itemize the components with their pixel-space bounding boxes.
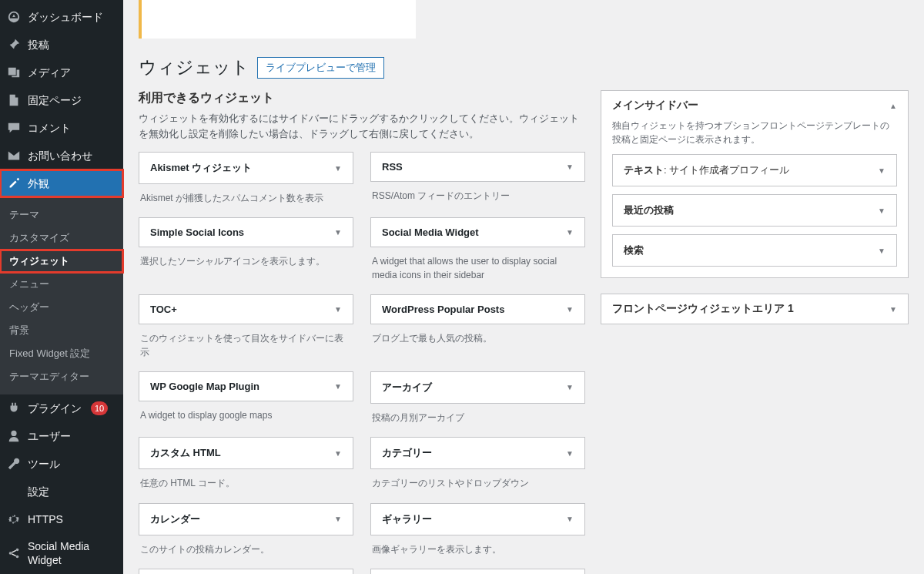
svg-point-0	[9, 552, 12, 555]
available-widget: Social Media Widget▼A widget that allows…	[370, 217, 585, 294]
submenu-theme-editor[interactable]: テーマエディター	[0, 365, 123, 388]
page-title: ウィジェット	[139, 55, 249, 79]
widget-title: アーカイブ	[382, 381, 432, 394]
wrench-icon	[6, 456, 22, 472]
menu-label: メディア	[28, 65, 71, 79]
menu-comments[interactable]: コメント	[0, 114, 123, 142]
widget-box[interactable]: テキスト▼	[370, 569, 585, 574]
page-icon	[6, 92, 22, 108]
widget-box[interactable]: カレンダー▼	[139, 503, 353, 535]
menu-plugins[interactable]: プラグイン 10	[0, 394, 123, 422]
widget-box[interactable]: Simple Social Icons▼	[139, 217, 353, 247]
menu-media[interactable]: メディア	[0, 59, 123, 86]
available-widget: タグクラウド▼タグクラウド	[139, 569, 353, 574]
widget-desc: Akismet が捕獲したスパムコメント数を表示	[139, 184, 353, 217]
chevron-down-icon: ▼	[889, 305, 897, 314]
submenu-background[interactable]: 背景	[0, 319, 123, 342]
gear-icon	[6, 512, 22, 527]
widget-title: Simple Social Icons	[150, 227, 244, 238]
available-widget: RSS▼RSS/Atom フィードのエントリー	[370, 152, 585, 217]
admin-notice	[139, 0, 416, 39]
menu-label: 設定	[28, 485, 49, 498]
submenu-fixed-widget[interactable]: Fixed Widget 設定	[0, 342, 123, 365]
widget-box[interactable]: Akismet ウィジェット▼	[139, 152, 353, 184]
widget-box[interactable]: カスタム HTML▼	[139, 437, 353, 469]
sliders-icon	[6, 484, 22, 499]
menu-label: プラグイン	[28, 401, 82, 415]
chevron-down-icon: ▼	[566, 383, 574, 391]
submenu-themes[interactable]: テーマ	[0, 203, 123, 227]
widget-box[interactable]: タグクラウド▼	[139, 569, 353, 574]
assigned-widget[interactable]: 検索▼	[612, 234, 897, 267]
widget-desc: このサイトの投稿カレンダー。	[139, 535, 353, 569]
submenu-widgets[interactable]: ウィジェット	[0, 250, 123, 273]
widget-title: WP Google Map Plugin	[150, 381, 259, 392]
chevron-down-icon: ▼	[566, 305, 574, 314]
sidebar-area-title: フロントページウィジェットエリア 1	[612, 302, 794, 316]
widget-title: WordPress Popular Posts	[382, 304, 504, 315]
menu-tools[interactable]: ツール	[0, 450, 123, 478]
user-icon	[6, 428, 22, 444]
widget-desc: 任意の HTML コード。	[139, 469, 353, 502]
available-widget: WordPress Popular Posts▼ブログ上で最も人気の投稿。	[370, 294, 585, 371]
chevron-down-icon: ▼	[566, 163, 574, 171]
menu-label: ダッシュボード	[28, 10, 103, 24]
menu-label: コメント	[28, 121, 71, 135]
widget-box[interactable]: WP Google Map Plugin▼	[139, 371, 353, 401]
chevron-down-icon: ▼	[878, 206, 886, 215]
widget-desc: このウィジェットを使って目次をサイドバーに表示	[139, 324, 353, 371]
available-widget: カレンダー▼このサイトの投稿カレンダー。	[139, 503, 353, 569]
widget-box[interactable]: TOC+▼	[139, 294, 353, 324]
assigned-widget[interactable]: 最近の投稿▼	[612, 194, 897, 227]
sidebar-area-front-toggle[interactable]: フロントページウィジェットエリア 1 ▼	[612, 302, 897, 316]
widget-box[interactable]: WordPress Popular Posts▼	[370, 294, 585, 324]
menu-https[interactable]: HTTPS	[0, 505, 123, 533]
menu-label: 外観	[28, 176, 49, 190]
menu-label: 投稿	[28, 38, 49, 52]
menu-label: お問い合わせ	[28, 149, 92, 163]
widget-box[interactable]: RSS▼	[370, 152, 585, 182]
assigned-widget-label: テキスト: サイト作成者プロフィール	[624, 163, 789, 177]
widget-desc: A widget that allows the user to display…	[370, 247, 585, 294]
menu-dashboard[interactable]: ダッシュボード	[0, 3, 123, 31]
submenu-menus[interactable]: メニュー	[0, 273, 123, 296]
menu-label: ツール	[28, 457, 60, 471]
chevron-up-icon: ▲	[889, 102, 897, 110]
available-widget: アーカイブ▼投稿の月別アーカイブ	[370, 371, 585, 437]
available-widget: テキスト▼任意のテキスト。	[370, 569, 585, 574]
menu-appearance[interactable]: 外観	[0, 170, 123, 197]
main-content: ウィジェット ライブプレビューで管理 利用できるウィジェット ウィジェットを有効…	[123, 0, 924, 574]
widget-box[interactable]: カテゴリー▼	[370, 437, 585, 469]
available-widget: WP Google Map Plugin▼A widget to display…	[139, 371, 353, 437]
available-widget: カテゴリー▼カテゴリーのリストやドロップダウン	[370, 437, 585, 502]
chevron-down-icon: ▼	[334, 305, 342, 314]
menu-pages[interactable]: 固定ページ	[0, 86, 123, 114]
live-preview-button[interactable]: ライブプレビューで管理	[257, 57, 384, 79]
submenu-customize[interactable]: カスタマイズ	[0, 227, 123, 250]
sidebar-area-title: メインサイドバー	[612, 99, 698, 112]
sidebar-area-main: メインサイドバー ▲ 独自ウィジェットを持つオプションフロントページテンプレート…	[601, 90, 909, 278]
widget-box[interactable]: アーカイブ▼	[370, 371, 585, 404]
widget-desc: A widget to display google maps	[139, 401, 353, 435]
menu-contact[interactable]: お問い合わせ	[0, 142, 123, 170]
sidebar-area-main-toggle[interactable]: メインサイドバー ▲	[612, 99, 897, 112]
gauge-icon	[6, 9, 22, 25]
available-widgets-desc: ウィジェットを有効化するにはサイドバーにドラッグするかクリックしてください。ウィ…	[139, 111, 585, 141]
available-widget: カスタム HTML▼任意の HTML コード。	[139, 437, 353, 502]
widget-box[interactable]: Social Media Widget▼	[370, 217, 585, 247]
share-icon	[6, 545, 22, 561]
chevron-down-icon: ▼	[566, 515, 574, 523]
widget-title: ギャラリー	[382, 512, 432, 526]
assigned-widget[interactable]: テキスト: サイト作成者プロフィール▼	[612, 154, 897, 186]
comment-icon	[6, 120, 22, 136]
menu-posts[interactable]: 投稿	[0, 31, 123, 59]
menu-social-media-widget[interactable]: Social Media Widget	[0, 533, 123, 573]
widget-desc: 投稿の月別アーカイブ	[370, 404, 585, 437]
menu-users[interactable]: ユーザー	[0, 422, 123, 450]
submenu-header[interactable]: ヘッダー	[0, 296, 123, 319]
menu-settings[interactable]: 設定	[0, 478, 123, 505]
available-widgets-title: 利用できるウィジェット	[139, 90, 585, 106]
widget-box[interactable]: ギャラリー▼	[370, 503, 585, 535]
widget-title: Social Media Widget	[382, 227, 479, 238]
widget-title: カレンダー	[150, 512, 200, 526]
